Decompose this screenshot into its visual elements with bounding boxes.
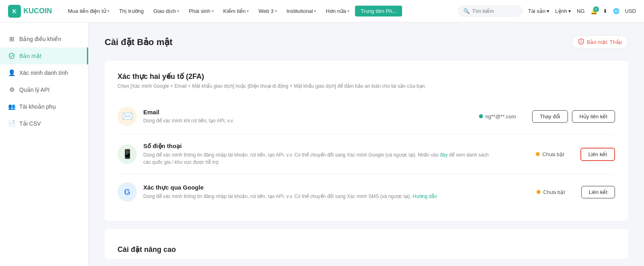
sidebar-item-api[interactable]: ⚙ Quản lý API bbox=[0, 81, 88, 98]
nav-item[interactable]: Mua tiền điện tử▾ bbox=[64, 6, 114, 16]
sidebar-item-label: Bảng điều khiển bbox=[19, 36, 61, 42]
nav-item[interactable]: Thị trường bbox=[115, 6, 148, 16]
phone-icon-wrap: 📱 bbox=[118, 144, 137, 164]
tfa-email-item: ✉️ Email Dùng để xác minh khi rút tiền, … bbox=[118, 99, 615, 134]
tfa-email-status: ng**@**.com bbox=[456, 113, 516, 120]
email-unlink-button[interactable]: Hủy liên kết bbox=[572, 110, 615, 123]
sidebar-item-label: Tài khoản phụ bbox=[19, 103, 56, 110]
sidebar-item-label: Bảo mật bbox=[19, 53, 41, 59]
chevron-down-icon: ▾ bbox=[177, 9, 179, 13]
main-content: Cài đặt Bảo mật Bảo mật: Thấp Xác thực h… bbox=[89, 23, 644, 266]
layout: ⊞ Bảng điều khiển Bảo mật 👤 Xác minh dan… bbox=[0, 23, 644, 266]
status-dot-green bbox=[479, 114, 483, 118]
chevron-down-icon: ▾ bbox=[107, 9, 109, 13]
tfa-phone-status: Chưa bật bbox=[504, 151, 564, 157]
sidebar-item-label: Tải CSV bbox=[19, 120, 41, 127]
chevron-down-icon: ▾ bbox=[568, 8, 571, 14]
security-badge: Bảo mật: Thấp bbox=[572, 35, 628, 49]
sidebar-item-label: Xác minh danh tính bbox=[19, 70, 68, 76]
chevron-down-icon: ▾ bbox=[275, 9, 277, 13]
sidebar: ⊞ Bảng điều khiển Bảo mật 👤 Xác minh dan… bbox=[0, 23, 89, 266]
google-icon: G bbox=[124, 188, 130, 197]
logo-icon: K bbox=[8, 5, 21, 18]
tfa-desc: Chọn [Xác minh Google + Email + Mật khẩu… bbox=[118, 83, 615, 89]
sidebar-item-dashboard[interactable]: ⊞ Bảng điều khiển bbox=[0, 31, 88, 47]
assets-menu[interactable]: Tài sản ▾ bbox=[528, 8, 549, 14]
email-icon-wrap: ✉️ bbox=[118, 107, 137, 126]
chevron-down-icon: ▾ bbox=[314, 9, 316, 13]
advanced-title: Cài đặt nâng cao bbox=[118, 241, 615, 254]
nav-item[interactable]: Phái sinh▾ bbox=[185, 6, 217, 16]
csv-icon: 📄 bbox=[8, 120, 15, 127]
sidebar-item-security[interactable]: Bảo mật bbox=[0, 47, 88, 64]
navbar: K KUCOIN Mua tiền điện tử▾Thị trườngGiao… bbox=[0, 0, 644, 23]
kyc-icon: 👤 bbox=[8, 69, 15, 76]
user-initials[interactable]: NG bbox=[577, 8, 585, 14]
language-icon[interactable]: 🌐 bbox=[613, 8, 619, 14]
email-icon: ✉️ bbox=[122, 111, 133, 122]
tfa-email-desc: Dùng để xác minh khi rút tiền, tạo API, … bbox=[143, 117, 449, 124]
chevron-down-icon: ▾ bbox=[247, 9, 249, 13]
logo-text: KUCOIN bbox=[23, 7, 52, 15]
security-level: Bảo mật: Thấp bbox=[587, 39, 622, 45]
tfa-google-desc: Dùng để xác minh thông tin đăng nhập tài… bbox=[143, 193, 498, 200]
chevron-down-icon: ▾ bbox=[347, 9, 349, 13]
tfa-email-name: Email bbox=[143, 109, 449, 115]
tfa-section: Xác thực hai yếu tố (2FA) Chọn [Xác minh… bbox=[105, 61, 628, 221]
nav-item[interactable]: Giao dịch▾ bbox=[149, 6, 183, 16]
nav-item[interactable]: Kiếm tiền▾ bbox=[219, 6, 253, 16]
subaccounts-icon: 👥 bbox=[8, 103, 15, 110]
tfa-phone-desc: Dùng để xác minh thông tin đăng nhập tài… bbox=[143, 151, 497, 166]
nav-item[interactable]: Trung tâm Ph... bbox=[355, 6, 402, 16]
tfa-google-item: G Xác thực qua Google Dùng để xác minh t… bbox=[118, 174, 615, 210]
tfa-title: Xác thực hai yếu tố (2FA) bbox=[118, 72, 615, 81]
tfa-google-actions: Liên kết bbox=[581, 186, 615, 198]
google-icon-wrap: G bbox=[118, 182, 137, 202]
nav-items: Mua tiền điện tử▾Thị trườngGiao dịch▾Phá… bbox=[64, 6, 450, 16]
notification-icon[interactable]: 🔔 0 bbox=[590, 8, 597, 14]
tfa-email-info: Email Dùng để xác minh khi rút tiền, tạo… bbox=[143, 109, 449, 124]
page-title: Cài đặt Bảo mật bbox=[105, 37, 173, 47]
tfa-google-name: Xác thực qua Google bbox=[143, 184, 498, 191]
nav-item[interactable]: Institutional▾ bbox=[283, 6, 320, 16]
chevron-down-icon: ▾ bbox=[547, 8, 549, 14]
search-input[interactable] bbox=[472, 8, 517, 14]
download-icon[interactable]: ⬇ bbox=[603, 8, 607, 14]
sidebar-item-subaccounts[interactable]: 👥 Tài khoản phụ bbox=[0, 98, 88, 115]
api-icon: ⚙ bbox=[8, 86, 15, 93]
phone-link[interactable]: đây bbox=[440, 152, 448, 158]
tfa-email-actions: Thay đổi Hủy liên kết bbox=[532, 110, 615, 123]
sidebar-item-csv[interactable]: 📄 Tải CSV bbox=[0, 115, 88, 132]
phone-link-button[interactable]: Liên kết bbox=[580, 148, 615, 161]
google-guide-link[interactable]: Hướng dẫn bbox=[413, 194, 437, 199]
nav-item[interactable]: Hơn nữa▾ bbox=[322, 6, 353, 16]
status-dot-yellow bbox=[536, 152, 540, 156]
tfa-google-status: Chưa bật bbox=[505, 189, 565, 195]
page-header: Cài đặt Bảo mật Bảo mật: Thấp bbox=[105, 35, 628, 49]
tfa-phone-info: Số điện thoại Dùng để xác minh thông tin… bbox=[143, 142, 497, 166]
search-icon: 🔍 bbox=[463, 8, 470, 14]
chevron-down-icon: ▾ bbox=[212, 9, 214, 13]
navbar-right: 🔍 Tài sản ▾ Lệnh ▾ NG 🔔 0 ⬇ 🌐 USD bbox=[458, 6, 636, 16]
tfa-phone-item: 📱 Số điện thoại Dùng để xác minh thông t… bbox=[118, 134, 615, 174]
google-link-button[interactable]: Liên kết bbox=[581, 186, 615, 198]
logo[interactable]: K KUCOIN bbox=[8, 5, 52, 18]
nav-item[interactable]: Web 3▾ bbox=[254, 6, 281, 16]
advanced-section: Cài đặt nâng cao bbox=[105, 229, 628, 259]
status-dot-yellow-2 bbox=[537, 190, 541, 194]
tfa-email-status-text: ng**@**.com bbox=[485, 113, 516, 120]
tfa-phone-name: Số điện thoại bbox=[143, 142, 497, 150]
tfa-phone-actions: Liên kết bbox=[580, 148, 615, 161]
tfa-google-info: Xác thực qua Google Dùng để xác minh thô… bbox=[143, 184, 498, 200]
shield-icon bbox=[578, 38, 584, 46]
phone-icon: 📱 bbox=[122, 149, 133, 159]
sidebar-item-label: Quản lý API bbox=[19, 87, 50, 93]
sidebar-item-kyc[interactable]: 👤 Xác minh danh tính bbox=[0, 64, 88, 81]
tfa-google-status-text: Chưa bật bbox=[543, 189, 565, 195]
currency-selector[interactable]: USD bbox=[625, 8, 636, 14]
tfa-phone-status-text: Chưa bật bbox=[542, 151, 564, 157]
dashboard-icon: ⊞ bbox=[8, 35, 15, 43]
orders-menu[interactable]: Lệnh ▾ bbox=[555, 8, 571, 14]
search-box[interactable]: 🔍 bbox=[458, 6, 522, 16]
email-change-button[interactable]: Thay đổi bbox=[532, 110, 568, 123]
